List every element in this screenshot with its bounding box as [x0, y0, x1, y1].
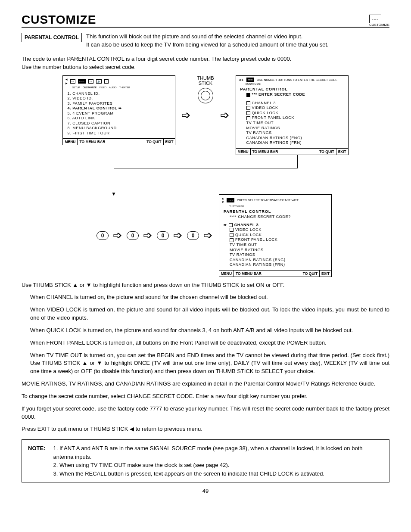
- post-p6: When TV TIME OUT is turned on, you can s…: [30, 352, 389, 376]
- page-number: 49: [22, 488, 389, 494]
- post-p7: MOVIE RATINGS, TV RATINGS, and CANADIAN …: [22, 380, 389, 388]
- osd-parental-enter-code: ◂ ▸ ▭▭ USE NUMBER BUTTONS TO ENTER THE S…: [236, 75, 349, 155]
- post-p5: When FRONT PANEL LOCK is turned on, all …: [30, 339, 389, 347]
- note-label: NOTE:: [28, 444, 45, 478]
- arrow-icon: ➩: [113, 229, 122, 242]
- post-p4: When QUICK LOCK is turned on, the pictur…: [30, 327, 389, 335]
- post-p8: To change the secret code number, select…: [22, 392, 389, 401]
- osd-menu-customize: ◂▸ ▭ ▭▭ ▭ 🔈 ⌂ SETUP CUSTOMIZE VIDEO AUDI…: [62, 75, 175, 145]
- osd-parental-activated: ▴▾ ▭▭ PRESS SELECT TO ACTIVATE/DEACTIVAT…: [219, 194, 332, 277]
- digit-0: 0: [97, 231, 109, 240]
- section-label: PARENTAL CONTROL: [22, 33, 82, 42]
- arrow-icon: ➩: [181, 109, 191, 122]
- page-title: CUSTOMIZE: [22, 13, 96, 27]
- post-p1: Use THUMB STICK ▲ or ▼ to highlight func…: [22, 281, 389, 289]
- post-p10: Press EXIT to quit menu or THUMB STICK ◀…: [22, 425, 389, 433]
- thumb-stick-diagram: THUMB STICK: [197, 75, 214, 103]
- arrow-icon: ➩: [143, 229, 153, 242]
- note-box: NOTE: 1. If ANT A and ANT B are in the s…: [22, 439, 389, 482]
- customize-corner-icon: ▭▭ CUSTOMIZE: [369, 15, 389, 27]
- pre-diagram-text: The code to enter PARENTAL CONTROL is a …: [22, 55, 389, 72]
- intro-text: This function will block out the picture…: [86, 33, 329, 49]
- arrow-icon: ➩: [203, 229, 213, 242]
- page-header: CUSTOMIZE ▭▭ CUSTOMIZE: [22, 13, 389, 28]
- intro-row: PARENTAL CONTROL This function will bloc…: [22, 33, 389, 49]
- thumb-stick-icon: [198, 88, 213, 103]
- digit-2: 0: [157, 231, 169, 240]
- secret-code-entry: 0 ➩ 0 ➩ 0 ➩ 0 ➩: [97, 229, 213, 242]
- post-p2: When CHANNEL is turned on, the picture a…: [30, 293, 389, 302]
- post-p3: When VIDEO LOCK is turned on, the pictur…: [30, 306, 389, 322]
- digit-1: 0: [127, 231, 139, 240]
- post-p9: If you forget your secret code, use the …: [22, 405, 389, 421]
- note-content: 1. If ANT A and ANT B are in the same SI…: [53, 444, 383, 478]
- digit-3: 0: [187, 231, 199, 240]
- arrow-icon: ➩: [220, 109, 230, 122]
- arrow-icon: ➩: [173, 229, 183, 242]
- diagram-area: ◂▸ ▭ ▭▭ ▭ 🔈 ⌂ SETUP CUSTOMIZE VIDEO AUDI…: [22, 75, 389, 277]
